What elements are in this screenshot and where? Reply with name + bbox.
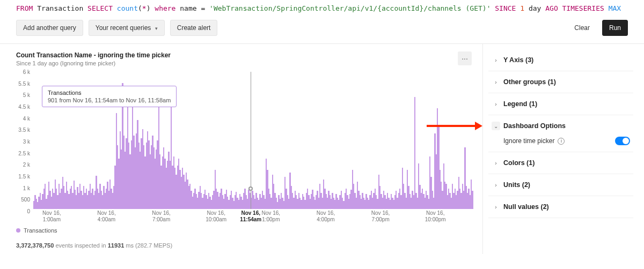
sidebar-section-6[interactable]: ›Null values (2) xyxy=(488,196,633,218)
chevron-right-icon: › xyxy=(492,203,500,211)
sidebar-section-label: Null values (2) xyxy=(503,203,549,211)
chevron-right-icon: › xyxy=(492,181,500,189)
events-count: 3,372,378,750 xyxy=(16,242,54,249)
query-ms: 11931 xyxy=(108,242,125,249)
chevron-down-icon: ⌄ xyxy=(492,122,500,130)
run-button[interactable]: Run xyxy=(602,20,628,36)
sidebar-section-label: Other groups (1) xyxy=(503,78,556,86)
recent-queries-label: Your recent queries xyxy=(96,24,151,32)
query-meps: (282.7 MEPS) xyxy=(135,242,172,249)
ellipsis-icon: ··· xyxy=(462,54,468,63)
sidebar-section-0[interactable]: ›Y Axis (3) xyxy=(488,49,633,71)
chevron-right-icon: › xyxy=(492,78,500,86)
create-alert-button[interactable]: Create alert xyxy=(170,20,218,36)
chevron-right-icon: › xyxy=(492,56,500,64)
chevron-right-icon: › xyxy=(492,159,500,167)
tooltip-title: Transactions xyxy=(48,89,171,96)
chart-title: Count Transaction Name - ignoring the ti… xyxy=(16,51,458,59)
query-stats: 3,372,378,750 events inspected in 11931 … xyxy=(16,242,479,249)
chevron-down-icon: ▾ xyxy=(155,26,158,31)
add-query-button[interactable]: Add another query xyxy=(16,20,83,36)
sidebar-section-label: Colors (1) xyxy=(503,159,535,167)
tooltip-detail: 901 from Nov 16, 11:54am to Nov 16, 11:5… xyxy=(48,97,171,103)
ignore-time-picker-row: Ignore time pickeri xyxy=(503,137,630,145)
sidebar-section-5[interactable]: ›Units (2) xyxy=(488,174,633,196)
chart-y-axis: 05001 k1.5 k2 k2.5 k3 k3.5 k4 k4.5 k5 k5… xyxy=(16,72,32,211)
chart-area[interactable]: 05001 k1.5 k2 k2.5 k3 k3.5 k4 k4.5 k5 k5… xyxy=(16,72,479,222)
chart-legend: Transactions xyxy=(16,227,479,234)
info-icon[interactable]: i xyxy=(558,138,565,145)
chart-cursor-dot xyxy=(248,186,253,191)
sidebar-section-4[interactable]: ›Colors (1) xyxy=(488,152,633,174)
clear-button[interactable]: Clear xyxy=(567,20,597,36)
ignore-time-picker-label: Ignore time picker xyxy=(503,137,554,145)
settings-sidebar: ›Y Axis (3)›Other groups (1)›Legend (1)⌄… xyxy=(483,44,644,254)
chart-x-axis: Nov 16,1:00amNov 16,4:00amNov 16,7:00amN… xyxy=(33,209,472,222)
ignore-time-picker-toggle[interactable] xyxy=(615,137,630,145)
sidebar-section-label: Dashboard Options xyxy=(503,122,566,130)
legend-swatch xyxy=(16,228,20,233)
sidebar-section-label: Legend (1) xyxy=(503,100,537,108)
chart-tooltip: Transactions 901 from Nov 16, 11:54am to… xyxy=(42,86,177,107)
sidebar-section-label: Y Axis (3) xyxy=(503,56,533,64)
chart-subtitle: Since 1 day ago (Ignoring time picker) xyxy=(16,60,458,66)
nrql-query[interactable]: FROM Transaction SELECT count(*) where n… xyxy=(0,0,644,17)
sidebar-section-1[interactable]: ›Other groups (1) xyxy=(488,71,633,93)
recent-queries-button[interactable]: Your recent queries ▾ xyxy=(89,20,165,36)
chart-menu-button[interactable]: ··· xyxy=(458,51,472,65)
sidebar-section-3[interactable]: ⌄Dashboard Options xyxy=(488,115,633,137)
sidebar-section-2[interactable]: ›Legend (1) xyxy=(488,93,633,115)
ms-unit: ms xyxy=(124,242,135,249)
chevron-right-icon: › xyxy=(492,100,500,108)
legend-label: Transactions xyxy=(24,227,57,234)
stats-mid: events inspected in xyxy=(54,242,107,249)
query-toolbar: Add another query Your recent queries ▾ … xyxy=(0,17,644,44)
annotation-arrow xyxy=(427,123,482,129)
sidebar-section-label: Units (2) xyxy=(503,181,530,189)
